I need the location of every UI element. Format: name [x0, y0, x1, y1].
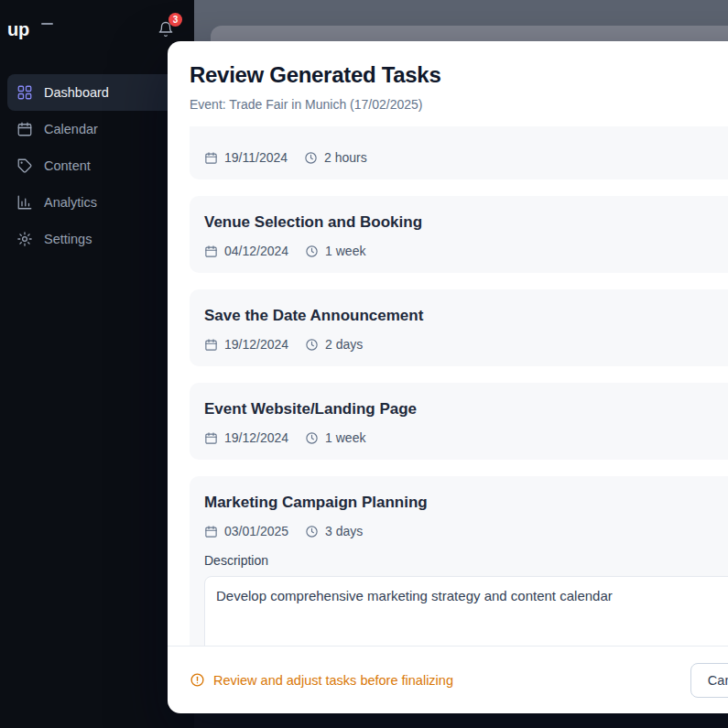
bar-chart-icon — [16, 194, 33, 211]
cancel-button[interactable]: Cancel — [690, 663, 728, 698]
clock-icon — [304, 151, 318, 165]
task-date: 04/12/2024 — [204, 244, 288, 258]
sidebar-item-calendar[interactable]: Calendar — [7, 111, 187, 147]
description-label: Description — [204, 553, 728, 569]
sidebar-item-label: Analytics — [44, 195, 97, 210]
sidebar-item-label: Dashboard — [44, 85, 109, 100]
task-card: 19/11/2024 2 hours — [190, 126, 728, 179]
notification-badge: 3 — [168, 13, 182, 27]
clock-icon — [305, 244, 319, 258]
calendar-icon — [204, 244, 218, 258]
task-date: 19/12/2024 — [204, 337, 288, 352]
task-duration-text: 2 hours — [324, 150, 367, 165]
sidebar: up 3 Dashboard — [0, 0, 194, 728]
task-duration-text: 1 week — [325, 244, 365, 258]
footer-warning: Review and adjust tasks before finalizin… — [190, 672, 453, 688]
sidebar-item-label: Content — [44, 158, 91, 173]
task-date: 03/01/2025 — [204, 524, 288, 538]
task-duration-text: 2 days — [325, 337, 363, 352]
task-duration-text: 3 days — [325, 524, 363, 538]
page-backdrop — [194, 0, 728, 41]
task-date: 19/12/2024 — [204, 430, 288, 445]
task-duration: 2 days — [305, 337, 363, 352]
task-date-text: 19/11/2024 — [224, 150, 288, 165]
task-duration: 2 hours — [304, 150, 367, 165]
gear-icon — [16, 231, 33, 247]
task-title — [204, 126, 728, 141]
task-duration: 3 days — [305, 524, 363, 538]
page-content-panel-dimmed — [211, 26, 728, 41]
calendar-icon — [204, 151, 218, 165]
clock-icon — [305, 431, 319, 445]
modal-subtitle: Event: Trade Fair in Munich (17/02/2025) — [190, 95, 728, 114]
task-date-text: 19/12/2024 — [224, 337, 288, 352]
sidebar-item-settings[interactable]: Settings — [7, 221, 187, 257]
task-title: Venue Selection and Booking — [204, 211, 728, 234]
task-duration-text: 1 week — [325, 430, 365, 445]
task-list: 19/11/2024 2 hours Venue Selection and B… — [168, 126, 728, 646]
app-logo: up — [7, 19, 29, 40]
sidebar-item-dashboard[interactable]: Dashboard — [7, 74, 187, 111]
task-card: Save the Date Announcement 19/12/2024 — [190, 289, 728, 366]
sidebar-nav: Dashboard Calendar Content — [0, 74, 194, 257]
calendar-icon — [204, 338, 218, 352]
sidebar-item-analytics[interactable]: Analytics — [7, 184, 187, 221]
sidebar-header: up 3 — [0, 0, 194, 59]
footer-warning-text: Review and adjust tasks before finalizin… — [213, 673, 453, 688]
task-card: Venue Selection and Booking 04/12/2024 — [190, 196, 728, 273]
task-date-text: 19/12/2024 — [224, 430, 288, 445]
modal-footer: Review and adjust tasks before finalizin… — [168, 646, 728, 713]
task-date-text: 04/12/2024 — [224, 244, 288, 258]
notifications-button[interactable]: 3 — [158, 21, 174, 38]
calendar-icon — [204, 431, 218, 445]
clock-icon — [305, 525, 319, 538]
task-title: Save the Date Announcement — [204, 304, 728, 328]
task-title: Marketing Campaign Planning — [204, 491, 728, 515]
tag-icon — [16, 158, 33, 174]
task-card: Event Website/Landing Page 19/12/2024 — [190, 383, 728, 460]
task-description-input[interactable]: Develop comprehensive marketing strategy… — [204, 576, 728, 646]
task-date: 19/11/2024 — [204, 150, 288, 165]
sidebar-item-content[interactable]: Content — [7, 147, 187, 184]
clock-icon — [305, 338, 319, 352]
modal-title: Review Generated Tasks — [190, 61, 728, 89]
calendar-icon — [16, 121, 33, 137]
collapse-sidebar-icon[interactable] — [41, 23, 53, 25]
task-card: Marketing Campaign Planning 03/01/2025 — [190, 476, 728, 646]
task-duration: 1 week — [305, 430, 365, 445]
task-title: Event Website/Landing Page — [204, 397, 728, 421]
alert-circle-icon — [190, 672, 205, 688]
sidebar-item-label: Settings — [44, 232, 92, 246]
task-date-text: 03/01/2025 — [224, 524, 288, 538]
task-duration: 1 week — [305, 244, 365, 258]
modal-header: Review Generated Tasks Event: Trade Fair… — [168, 41, 728, 126]
dashboard-grid-icon — [16, 84, 33, 101]
review-tasks-modal: Review Generated Tasks Event: Trade Fair… — [168, 41, 728, 713]
calendar-icon — [204, 525, 218, 538]
sidebar-item-label: Calendar — [44, 122, 98, 136]
